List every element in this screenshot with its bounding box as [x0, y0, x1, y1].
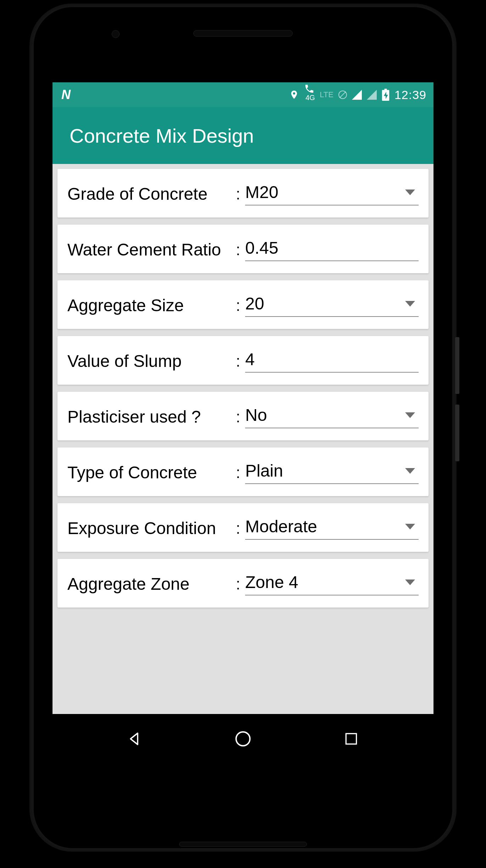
exposure-condition-select[interactable]: Moderate	[245, 517, 419, 540]
back-button[interactable]	[122, 726, 147, 751]
field-value: Moderate	[245, 517, 405, 536]
row-exposure-condition: Exposure Condition : Moderate	[57, 503, 429, 552]
status-bar: N 4G LTE 12:39	[53, 82, 433, 107]
phone-camera	[112, 30, 120, 38]
water-cement-ratio-input[interactable]: 0.45	[245, 238, 419, 261]
row-value-of-slump: Value of Slump : 4	[57, 336, 429, 385]
chevron-down-icon	[405, 524, 415, 529]
value-of-slump-input[interactable]: 4	[245, 350, 419, 373]
field-label: Aggregate Size	[67, 296, 236, 315]
network-lte-label: LTE	[320, 90, 333, 99]
chevron-down-icon	[405, 579, 415, 585]
chevron-down-icon	[405, 468, 415, 474]
signal-icon	[352, 90, 362, 100]
row-water-cement-ratio: Water Cement Ratio : 0.45	[57, 225, 429, 273]
signal-icon	[367, 90, 377, 100]
field-label: Value of Slump	[67, 351, 236, 371]
phone-speaker	[193, 30, 293, 37]
row-aggregate-size: Aggregate Size : 20	[57, 280, 429, 329]
status-bar-left: N	[61, 87, 70, 102]
page-title: Concrete Mix Design	[70, 124, 254, 147]
field-value: 20	[245, 294, 405, 313]
chevron-down-icon	[405, 412, 415, 418]
field-value: No	[245, 405, 405, 425]
colon: :	[236, 352, 240, 370]
aggregate-zone-select[interactable]: Zone 4	[245, 572, 419, 595]
battery-charging-icon	[382, 89, 390, 101]
colon: :	[236, 185, 240, 203]
grade-of-concrete-select[interactable]: M20	[245, 182, 419, 205]
phone-bottom-speaker	[179, 842, 307, 847]
navigation-bar	[53, 714, 433, 764]
field-label: Type of Concrete	[67, 463, 236, 482]
home-button[interactable]	[231, 726, 255, 751]
phone-side-button	[455, 405, 459, 461]
chevron-down-icon	[405, 189, 415, 195]
recents-button[interactable]	[339, 726, 364, 751]
chevron-down-icon	[405, 301, 415, 307]
status-bar-right: 4G LTE 12:39	[289, 83, 426, 106]
field-label: Grade of Concrete	[67, 184, 236, 204]
row-plasticiser-used: Plasticiser used ? : No	[57, 392, 429, 440]
field-value: 4	[245, 350, 419, 369]
colon: :	[236, 408, 240, 426]
screen: N 4G LTE 12:39 Concrete Mix Design Grade…	[53, 82, 433, 764]
row-type-of-concrete: Type of Concrete : Plain	[57, 447, 429, 496]
field-label: Plasticiser used ?	[67, 407, 236, 427]
svg-point-0	[236, 732, 250, 746]
form-content[interactable]: Grade of Concrete : M20 Water Cement Rat…	[53, 164, 433, 714]
field-label: Water Cement Ratio	[67, 240, 236, 259]
row-grade-of-concrete: Grade of Concrete : M20	[57, 169, 429, 218]
field-value: M20	[245, 182, 405, 202]
svg-rect-1	[346, 734, 356, 744]
type-of-concrete-select[interactable]: Plain	[245, 461, 419, 484]
colon: :	[236, 241, 240, 259]
colon: :	[236, 297, 240, 314]
no-sim-icon	[338, 90, 347, 99]
phone-call-icon: 4G	[304, 83, 315, 106]
plasticiser-used-select[interactable]: No	[245, 405, 419, 428]
location-icon	[289, 89, 299, 100]
colon: :	[236, 575, 240, 593]
field-value: Zone 4	[245, 572, 405, 592]
phone-side-button	[455, 337, 459, 394]
colon: :	[236, 464, 240, 482]
app-bar: Concrete Mix Design	[53, 107, 433, 164]
field-label: Aggregate Zone	[67, 574, 236, 594]
field-value: Plain	[245, 461, 405, 480]
network-4g-label: 4G	[305, 94, 315, 101]
colon: :	[236, 520, 240, 537]
field-label: Exposure Condition	[67, 518, 236, 538]
android-n-icon: N	[61, 87, 70, 102]
row-aggregate-zone: Aggregate Zone : Zone 4	[57, 559, 429, 608]
field-value: 0.45	[245, 238, 419, 258]
aggregate-size-select[interactable]: 20	[245, 294, 419, 317]
status-bar-clock: 12:39	[394, 88, 426, 102]
